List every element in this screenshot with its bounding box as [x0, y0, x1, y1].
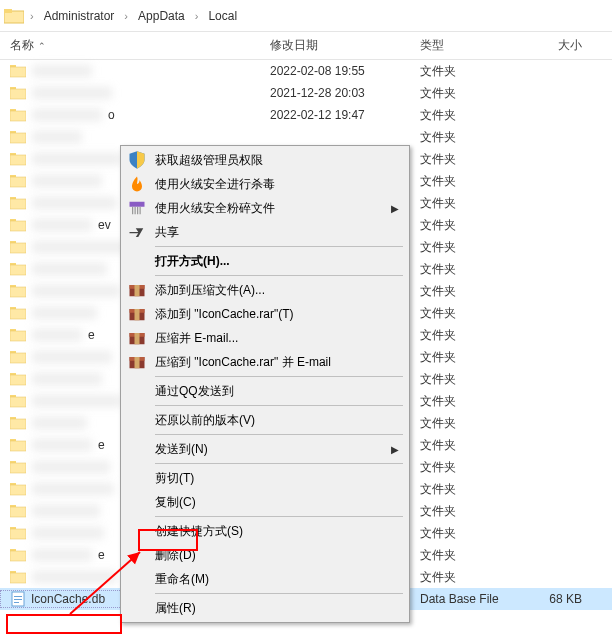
menu-item-share[interactable]: 共享 [123, 220, 407, 244]
menu-item-label: 打开方式(H)... [155, 253, 399, 270]
menu-item-label: 添加到压缩文件(A)... [155, 282, 399, 299]
folder-row[interactable]: 2021-12-28 20:03文件夹 [0, 82, 612, 104]
menu-separator [155, 246, 403, 247]
folder-row[interactable]: 2022-02-08 19:55文件夹 [0, 60, 612, 82]
breadcrumb[interactable]: › Administrator › AppData › Local [0, 0, 612, 32]
svg-rect-53 [14, 602, 19, 603]
submenu-arrow-icon: ▶ [391, 203, 399, 214]
menu-item-prev[interactable]: 还原以前的版本(V) [123, 408, 407, 432]
chevron-right-icon: › [189, 10, 205, 22]
folder-row[interactable]: o2022-02-12 19:47文件夹 [0, 104, 612, 126]
blank-icon [127, 439, 147, 459]
col-date-header[interactable]: 修改日期 [270, 37, 420, 54]
submenu-arrow-icon: ▶ [391, 444, 399, 455]
menu-item-av[interactable]: 使用火绒安全进行杀毒 [123, 172, 407, 196]
svg-rect-11 [10, 155, 26, 165]
menu-item-label: 压缩并 E-mail... [155, 330, 399, 347]
menu-item-qq[interactable]: 通过QQ发送到 [123, 379, 407, 403]
breadcrumb-item[interactable]: Administrator [40, 7, 119, 25]
shred-icon [127, 198, 147, 218]
col-type-header[interactable]: 类型 [420, 37, 520, 54]
huorong-icon [127, 174, 147, 194]
svg-rect-55 [132, 207, 133, 215]
menu-item-label: 重命名(M) [155, 571, 399, 588]
svg-rect-51 [14, 596, 22, 597]
menu-item-sendto[interactable]: 发送到(N)▶ [123, 437, 407, 461]
rar-icon [127, 280, 147, 300]
menu-item-rar-emailto[interactable]: 压缩到 "IconCache.rar" 并 E-mail [123, 350, 407, 374]
svg-rect-41 [10, 485, 26, 495]
menu-item-label: 创建快捷方式(S) [155, 523, 399, 540]
share-icon [127, 222, 147, 242]
menu-item-label: 共享 [155, 224, 399, 241]
svg-rect-29 [10, 353, 26, 363]
svg-rect-39 [10, 463, 26, 473]
col-name-label: 名称 [10, 37, 34, 54]
svg-rect-15 [10, 199, 26, 209]
svg-rect-47 [10, 551, 26, 561]
svg-rect-3 [10, 67, 26, 77]
menu-item-label: 复制(C) [155, 494, 399, 511]
menu-item-admin[interactable]: 获取超级管理员权限 [123, 148, 407, 172]
menu-item-props[interactable]: 属性(R) [123, 596, 407, 620]
menu-item-rar-addto[interactable]: 添加到 "IconCache.rar"(T) [123, 302, 407, 326]
file-name: IconCache.db [31, 592, 105, 606]
menu-item-label: 还原以前的版本(V) [155, 412, 399, 429]
menu-item-label: 通过QQ发送到 [155, 383, 399, 400]
svg-rect-56 [135, 207, 136, 215]
svg-rect-57 [137, 207, 138, 215]
menu-item-label: 获取超级管理员权限 [155, 152, 399, 169]
menu-item-label: 添加到 "IconCache.rar"(T) [155, 306, 399, 323]
menu-separator [155, 405, 403, 406]
menu-item-cut[interactable]: 剪切(T) [123, 466, 407, 490]
menu-item-openwith[interactable]: 打开方式(H)... [123, 249, 407, 273]
chevron-right-icon: › [24, 10, 40, 22]
menu-item-shortcut[interactable]: 创建快捷方式(S) [123, 519, 407, 543]
blank-icon [127, 468, 147, 488]
menu-item-shred[interactable]: 使用火绒安全粉碎文件▶ [123, 196, 407, 220]
menu-item-copy[interactable]: 复制(C) [123, 490, 407, 514]
blank-icon [127, 545, 147, 565]
svg-rect-17 [10, 221, 26, 231]
blank-icon [127, 492, 147, 512]
blank-icon [127, 521, 147, 541]
menu-separator [155, 593, 403, 594]
svg-rect-5 [10, 89, 26, 99]
menu-item-label: 使用火绒安全进行杀毒 [155, 176, 399, 193]
svg-rect-7 [10, 111, 26, 121]
breadcrumb-item[interactable]: AppData [134, 7, 189, 25]
svg-rect-52 [14, 599, 22, 600]
rar-icon [127, 352, 147, 372]
svg-rect-25 [10, 309, 26, 319]
menu-item-label: 删除(D) [155, 547, 399, 564]
svg-rect-27 [10, 331, 26, 341]
svg-rect-70 [135, 357, 140, 368]
svg-rect-49 [10, 573, 26, 583]
svg-rect-13 [10, 177, 26, 187]
menu-item-delete[interactable]: 删除(D) [123, 543, 407, 567]
blank-icon [127, 251, 147, 271]
col-name-header[interactable]: 名称 ⌃ [0, 37, 270, 54]
blank-icon [127, 598, 147, 618]
breadcrumb-item[interactable]: Local [204, 7, 241, 25]
svg-rect-61 [135, 285, 140, 296]
col-size-header[interactable]: 大小 [520, 37, 590, 54]
menu-item-rar-add[interactable]: 添加到压缩文件(A)... [123, 278, 407, 302]
annotation-highlight-file [6, 614, 122, 634]
blank-icon [127, 410, 147, 430]
menu-separator [155, 463, 403, 464]
svg-rect-19 [10, 243, 26, 253]
menu-item-rename[interactable]: 重命名(M) [123, 567, 407, 591]
menu-item-rar-email[interactable]: 压缩并 E-mail... [123, 326, 407, 350]
svg-rect-9 [10, 133, 26, 143]
svg-rect-31 [10, 375, 26, 385]
svg-rect-1 [4, 9, 12, 13]
chevron-right-icon: › [118, 10, 134, 22]
svg-rect-21 [10, 265, 26, 275]
svg-rect-58 [140, 207, 141, 215]
svg-rect-37 [10, 441, 26, 451]
rar-icon [127, 328, 147, 348]
shield-icon [127, 150, 147, 170]
blank-icon [127, 569, 147, 589]
menu-item-label: 发送到(N) [155, 441, 391, 458]
